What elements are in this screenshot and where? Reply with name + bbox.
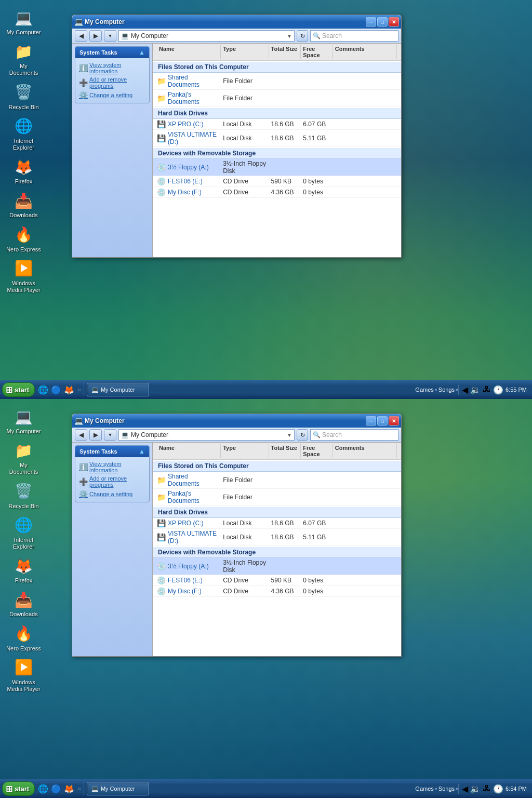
- minimize-button-1[interactable]: ─: [366, 17, 376, 26]
- search-placeholder-1: Search: [322, 32, 396, 39]
- minimize-button-2[interactable]: ─: [366, 416, 376, 425]
- desktop-icon-nero-express[interactable]: 🔥 Nero Express: [4, 222, 43, 255]
- maximize-button-1[interactable]: □: [377, 17, 388, 26]
- songs-label-2[interactable]: Songs: [438, 786, 455, 792]
- desktop-icon-recycle-bin[interactable]: 🗑️ Recycle Bin: [4, 80, 43, 113]
- ql-ff-2[interactable]: 🦊: [63, 783, 75, 794]
- close-button-1[interactable]: ✕: [389, 17, 399, 26]
- ql-ie-1[interactable]: 🌐: [37, 384, 49, 395]
- tray-network-icon-2[interactable]: 🖧: [483, 784, 491, 793]
- desktop-icon-wmp[interactable]: ▶️ Windows Media Player: [4, 256, 43, 296]
- desktop-icon-firefox-2[interactable]: 🦊 Firefox: [4, 553, 43, 586]
- add-remove-programs-link-2[interactable]: ➕ Add or remove programs: [78, 474, 147, 489]
- forward-button-2[interactable]: ▶: [89, 429, 102, 441]
- desktop-icon-internet-explorer[interactable]: 🌐 Internet Explorer: [4, 114, 43, 153]
- maximize-button-2[interactable]: □: [377, 416, 388, 425]
- table-row[interactable]: 💿 3½ Floppy (A:) 3½-Inch Floppy Disk: [153, 558, 401, 575]
- close-button-2[interactable]: ✕: [389, 416, 399, 425]
- start-button-1[interactable]: ⊞ start: [2, 382, 35, 397]
- my-computer-label-2: My Computer: [6, 428, 41, 435]
- change-setting-icon-2: ⚙️: [79, 490, 87, 498]
- table-row[interactable]: 💿 My Disc (F:) CD Drive 4.36 GB 0 bytes: [153, 187, 401, 198]
- add-remove-programs-icon-2: ➕: [79, 477, 87, 486]
- task-panel-arrow-1[interactable]: ▲: [139, 49, 145, 56]
- desktop-icon-downloads-2[interactable]: 📥 Downloads: [4, 587, 43, 620]
- add-remove-programs-icon-1: ➕: [79, 78, 87, 87]
- refresh-button-1[interactable]: ↻: [297, 30, 308, 42]
- games-label-2[interactable]: Games: [415, 786, 433, 792]
- table-row[interactable]: 💾 VISTA ULTIMATE (D:) Local Disk 18.6 GB…: [153, 130, 401, 147]
- songs-label-1[interactable]: Songs: [438, 387, 455, 393]
- taskbar-mycomputer-1[interactable]: 💻 My Computer: [87, 383, 149, 396]
- view-system-info-link-1[interactable]: ℹ️ View system information: [78, 61, 147, 75]
- address-dropdown-2[interactable]: ▼: [287, 432, 292, 438]
- dropdown-button-1[interactable]: ▼: [104, 30, 116, 42]
- table-row[interactable]: 💿 FEST06 (E:) CD Drive 590 KB 0 bytes: [153, 575, 401, 586]
- table-row[interactable]: 💿 FEST06 (E:) CD Drive 590 KB 0 bytes: [153, 176, 401, 187]
- tray-volume-icon-2[interactable]: 🔉: [470, 784, 481, 794]
- desktop-icon-recycle-bin-2[interactable]: 🗑️ Recycle Bin: [4, 479, 43, 512]
- add-remove-programs-link-1[interactable]: ➕ Add or remove programs: [78, 75, 147, 90]
- ql-divider-2: »: [77, 785, 81, 792]
- back-button-1[interactable]: ◀: [75, 30, 87, 42]
- start-button-2[interactable]: ⊞ start: [2, 781, 35, 796]
- address-dropdown-1[interactable]: ▼: [287, 33, 292, 39]
- ql-ff-1[interactable]: 🦊: [63, 384, 75, 395]
- tray-icon-triangle-2[interactable]: ◀: [462, 784, 468, 794]
- task-panel-title-2: System Tasks: [79, 448, 117, 455]
- tray-network-icon-1[interactable]: 🖧: [483, 385, 491, 394]
- tray-clock-icon-1[interactable]: 🕐: [493, 385, 503, 395]
- view-system-info-link-2[interactable]: ℹ️ View system information: [78, 460, 147, 474]
- tray-clock-icon-2[interactable]: 🕐: [493, 784, 503, 794]
- windows-logo-2: ⊞: [6, 784, 12, 794]
- back-button-2[interactable]: ◀: [75, 429, 87, 441]
- desktop-icon-downloads[interactable]: 📥 Downloads: [4, 188, 43, 221]
- desktop-icon-nero-express-2[interactable]: 🔥 Nero Express: [4, 621, 43, 654]
- change-setting-link-2[interactable]: ⚙️ Change a setting: [78, 489, 147, 499]
- table-row[interactable]: 💿 My Disc (F:) CD Drive 4.36 GB 0 bytes: [153, 586, 401, 597]
- table-row[interactable]: 💾 XP PRO (C:) Local Disk 18.6 GB 6.07 GB: [153, 119, 401, 130]
- desktop-icon-my-computer[interactable]: 💻 My Computer: [4, 5, 43, 38]
- desktop-icon-firefox[interactable]: 🦊 Firefox: [4, 154, 43, 187]
- refresh-button-2[interactable]: ↻: [297, 429, 308, 441]
- harddisk-icon: 💾: [157, 533, 165, 541]
- address-bar-1[interactable]: 💻 My Computer ▼: [118, 30, 295, 42]
- search-icon-2: 🔍: [313, 431, 321, 438]
- search-box-1[interactable]: 🔍 Search: [310, 30, 398, 42]
- table-row[interactable]: 📁 Pankaj's Documents File Folder: [153, 90, 401, 107]
- desktop-icon-my-documents-2[interactable]: 📁 My Documents: [4, 438, 43, 477]
- task-panel-arrow-2[interactable]: ▲: [139, 448, 145, 455]
- ql-orb-1[interactable]: 🔵: [50, 384, 62, 395]
- tray-volume-icon-1[interactable]: 🔉: [470, 385, 481, 395]
- dropdown-button-2[interactable]: ▼: [104, 429, 116, 441]
- my-documents-label: My Documents: [6, 63, 41, 76]
- forward-button-1[interactable]: ▶: [89, 30, 102, 42]
- address-bar-2[interactable]: 💻 My Computer ▼: [118, 429, 295, 441]
- section-removable-2: Devices with Removable Storage: [153, 547, 401, 558]
- desktop-icon-internet-explorer-2[interactable]: 🌐 Internet Explorer: [4, 513, 43, 552]
- my-computer-icon: 💻: [14, 7, 34, 28]
- taskbar-mycomputer-2[interactable]: 💻 My Computer: [87, 782, 149, 795]
- harddisk-icon: 💾: [157, 120, 165, 128]
- title-bar-text-1: My Computer: [85, 18, 366, 25]
- recycle-bin-label: Recycle Bin: [8, 104, 38, 111]
- cd-icon: 💿: [157, 188, 165, 196]
- ql-orb-2[interactable]: 🔵: [50, 783, 62, 794]
- desktop-icon-wmp-2[interactable]: ▶️ Windows Media Player: [4, 655, 43, 695]
- change-setting-link-1[interactable]: ⚙️ Change a setting: [78, 90, 147, 100]
- table-row[interactable]: 📁 Pankaj's Documents File Folder: [153, 489, 401, 506]
- desktop-icon-my-documents[interactable]: 📁 My Documents: [4, 39, 43, 78]
- ql-ie-2[interactable]: 🌐: [37, 783, 49, 794]
- taskbar-1: ⊞ start 🌐 🔵 🦊 » 💻 My Computer Games » So…: [0, 380, 532, 399]
- table-row[interactable]: 💿 3½ Floppy (A:) 3½-Inch Floppy Disk: [153, 159, 401, 176]
- desktop-icon-my-computer-2[interactable]: 💻 My Computer: [4, 404, 43, 437]
- search-box-2[interactable]: 🔍 Search: [310, 429, 398, 441]
- table-row[interactable]: 💾 VISTA ULTIMATE (D:) Local Disk 18.6 GB…: [153, 529, 401, 546]
- file-name-xppro-1: 💾 XP PRO (C:): [157, 120, 221, 128]
- tray-icon-triangle-1[interactable]: ◀: [462, 385, 468, 395]
- table-row[interactable]: 📁 Shared Documents File Folder: [153, 73, 401, 90]
- games-label-1[interactable]: Games: [415, 387, 433, 393]
- table-row[interactable]: 📁 Shared Documents File Folder: [153, 472, 401, 489]
- view-system-info-icon-1: ℹ️: [79, 64, 87, 72]
- table-row[interactable]: 💾 XP PRO (C:) Local Disk 18.6 GB 6.07 GB: [153, 518, 401, 529]
